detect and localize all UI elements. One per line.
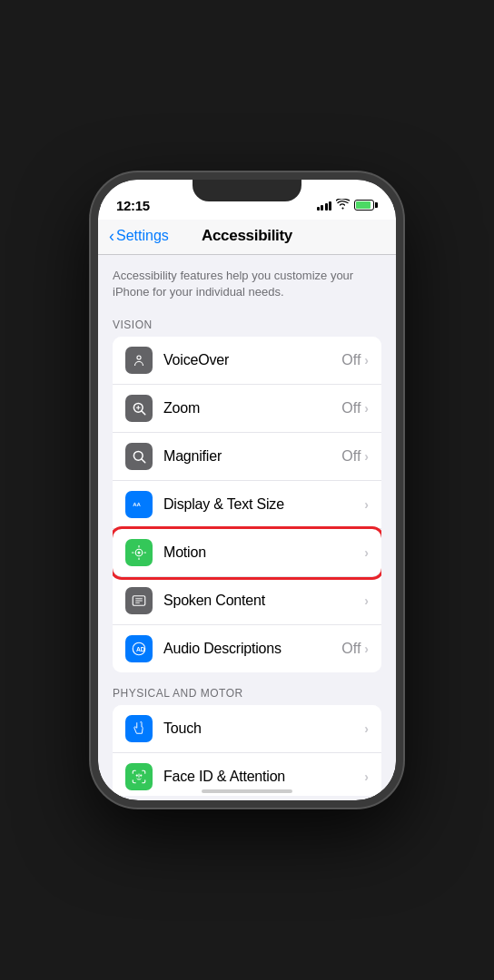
audio-descriptions-icon: AD: [125, 635, 153, 662]
status-icons: [317, 199, 379, 212]
back-chevron-icon: ‹: [109, 228, 114, 244]
magnifier-value: Off: [341, 448, 361, 465]
motion-icon: [125, 539, 153, 566]
audio-descriptions-value: Off: [341, 641, 361, 657]
notch: [193, 180, 301, 201]
svg-point-22: [140, 775, 142, 777]
voiceover-chevron-icon: ›: [364, 353, 369, 368]
touch-label: Touch: [163, 720, 364, 737]
audio-descriptions-chevron-icon: ›: [364, 642, 369, 656]
zoom-value: Off: [341, 400, 361, 416]
spoken-content-label: Spoken Content: [163, 593, 364, 609]
spoken-content-icon: [125, 587, 153, 614]
physical-motor-list-group: Touch › Face ID & Attention: [113, 705, 381, 796]
back-button[interactable]: ‹ Settings: [109, 228, 169, 244]
home-indicator: [202, 789, 292, 793]
page-title: Accessibility: [202, 227, 292, 245]
svg-point-21: [136, 775, 138, 777]
list-item-display-text[interactable]: AA Display & Text Size ›: [113, 481, 381, 529]
list-item-zoom[interactable]: Zoom Off ›: [113, 385, 381, 433]
display-text-icon: AA: [125, 491, 153, 518]
zoom-chevron-icon: ›: [364, 401, 369, 416]
touch-icon: [125, 715, 153, 742]
phone-frame: 12:15: [91, 172, 403, 808]
svg-point-10: [138, 552, 141, 554]
voiceover-icon: [125, 347, 153, 374]
svg-text:AD: AD: [136, 646, 145, 652]
face-id-icon: [125, 763, 153, 790]
battery-icon: [354, 200, 378, 211]
voiceover-value: Off: [341, 352, 361, 368]
zoom-label: Zoom: [163, 400, 341, 416]
physical-motor-section-header: PHYSICAL AND MOTOR: [98, 680, 396, 705]
voiceover-label: VoiceOver: [163, 352, 341, 368]
audio-descriptions-label: Audio Descriptions: [163, 641, 341, 657]
list-item-spoken-content[interactable]: Spoken Content ›: [113, 577, 381, 625]
touch-chevron-icon: ›: [364, 721, 369, 736]
zoom-icon: [125, 395, 153, 422]
svg-text:AA: AA: [133, 502, 141, 507]
magnifier-label: Magnifier: [163, 448, 341, 465]
accessibility-description: Accessibility features help you customiz…: [98, 255, 396, 311]
vision-list-group: VoiceOver Off › Zoom Off: [113, 337, 381, 672]
vision-section-header: VISION: [98, 311, 396, 337]
display-text-label: Display & Text Size: [163, 496, 364, 513]
magnifier-icon: [125, 443, 153, 470]
status-time: 12:15: [116, 198, 150, 213]
svg-point-1: [138, 357, 141, 359]
phone-screen: 12:15: [98, 180, 396, 800]
motion-chevron-icon: ›: [364, 545, 369, 560]
list-item-voiceover[interactable]: VoiceOver Off ›: [113, 337, 381, 385]
spoken-content-chevron-icon: ›: [364, 593, 369, 608]
list-item-touch[interactable]: Touch ›: [113, 705, 381, 753]
power-button[interactable]: [401, 307, 403, 350]
motion-label: Motion: [163, 544, 364, 561]
svg-line-7: [142, 459, 145, 463]
list-item-magnifier[interactable]: Magnifier Off ›: [113, 433, 381, 481]
face-id-chevron-icon: ›: [364, 769, 369, 784]
back-label: Settings: [116, 228, 169, 244]
signal-icon: [317, 200, 332, 211]
face-id-label: Face ID & Attention: [163, 769, 364, 785]
volume-up-button[interactable]: [91, 289, 93, 318]
list-item-audio-descriptions[interactable]: AD Audio Descriptions Off ›: [113, 625, 381, 672]
display-text-chevron-icon: ›: [364, 497, 369, 512]
wifi-icon: [336, 199, 350, 212]
volume-down-button[interactable]: [91, 327, 93, 356]
navigation-bar: ‹ Settings Accessibility: [98, 220, 396, 255]
svg-line-3: [142, 411, 145, 415]
content-area: Accessibility features help you customiz…: [98, 255, 396, 796]
magnifier-chevron-icon: ›: [364, 449, 369, 464]
list-item-motion[interactable]: Motion ›: [113, 529, 381, 577]
